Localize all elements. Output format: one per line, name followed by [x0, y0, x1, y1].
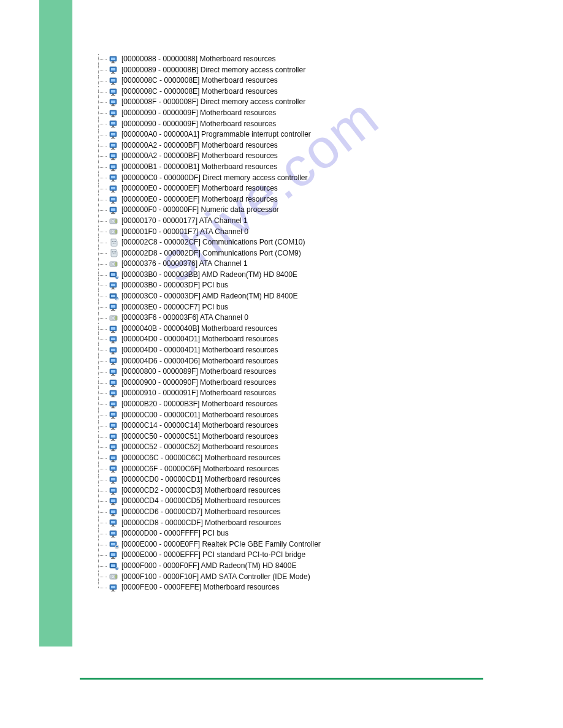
tree-branch-line: [96, 302, 109, 313]
tree-branch-line: [96, 183, 109, 194]
device-label: [00000CD6 - 00000CD7] Motherboard resour…: [121, 507, 280, 518]
tree-branch-line: [96, 334, 109, 345]
device-tree-item[interactable]: [000002C8 - 000002CF] Communications Por…: [96, 237, 525, 248]
system-device-icon: [109, 108, 119, 118]
device-label: [000000A2 - 000000BF] Motherboard resour…: [121, 140, 278, 151]
tree-branch-line: [96, 162, 109, 173]
device-tree-item[interactable]: [00000CD2 - 00000CD3] Motherboard resour…: [96, 485, 525, 496]
device-tree-item[interactable]: [00000C50 - 00000C51] Motherboard resour…: [96, 431, 525, 442]
device-label: [00000090 - 0000009F] Motherboard resour…: [121, 108, 276, 119]
storage-controller-icon: [109, 216, 119, 226]
device-label: [00000C00 - 00000C01] Motherboard resour…: [121, 410, 278, 421]
device-tree-item[interactable]: [00000CD8 - 00000CDF] Motherboard resour…: [96, 518, 525, 529]
device-tree-item[interactable]: [000001F0 - 000001F7] ATA Channel 0: [96, 227, 525, 238]
system-device-icon: [109, 464, 119, 474]
system-device-icon: [109, 507, 119, 517]
system-device-icon: [109, 432, 119, 442]
tree-branch-line: [96, 173, 109, 184]
device-label: [000004D0 - 000004D1] Motherboard resour…: [121, 334, 278, 345]
device-tree-item[interactable]: [0000E000 - 0000EFFF] PCI standard PCI-t…: [96, 550, 525, 561]
serial-port-icon: [109, 248, 119, 258]
device-tree-item[interactable]: [00000088 - 00000088] Motherboard resour…: [96, 54, 525, 65]
device-label: [00000CD8 - 00000CDF] Motherboard resour…: [121, 518, 281, 529]
system-device-icon: [109, 421, 119, 431]
device-tree-item[interactable]: [00000900 - 0000090F] Motherboard resour…: [96, 377, 525, 389]
device-tree-item[interactable]: [0000008C - 0000008E] Motherboard resour…: [96, 75, 525, 86]
device-tree-item[interactable]: [000003B0 - 000003DF] PCI bus: [96, 280, 525, 291]
device-tree-item[interactable]: [000003B0 - 000003BB] AMD Radeon(TM) HD …: [96, 270, 525, 281]
device-tree-item[interactable]: [00000CD0 - 00000CD1] Motherboard resour…: [96, 474, 525, 485]
footer-rule: [80, 678, 483, 680]
device-tree-item[interactable]: [000002D8 - 000002DF] Communications Por…: [96, 248, 525, 259]
device-tree-item[interactable]: [000000A2 - 000000BF] Motherboard resour…: [96, 140, 525, 151]
device-tree-item[interactable]: [000003F6 - 000003F6] ATA Channel 0: [96, 313, 525, 324]
device-tree-item[interactable]: [00000376 - 00000376] ATA Channel 1: [96, 259, 525, 270]
device-label: [00000910 - 0000091F] Motherboard resour…: [121, 388, 276, 399]
tree-branch-line: [96, 572, 109, 583]
device-tree-item[interactable]: [0000040B - 0000040B] Motherboard resour…: [96, 324, 525, 335]
device-tree-item[interactable]: [000003E0 - 00000CF7] PCI bus: [96, 302, 525, 313]
system-device-icon: [109, 410, 119, 420]
device-tree-item[interactable]: [00000C52 - 00000C52] Motherboard resour…: [96, 442, 525, 453]
device-tree-item[interactable]: [000000A0 - 000000A1] Programmable inter…: [96, 129, 525, 140]
system-device-icon: [109, 87, 119, 97]
device-tree-item[interactable]: [00000CD4 - 00000CD5] Motherboard resour…: [96, 496, 525, 507]
device-tree-item[interactable]: [000004D0 - 000004D1] Motherboard resour…: [96, 334, 525, 345]
tree-branch-line: [96, 65, 109, 76]
device-tree-item[interactable]: [000004D6 - 000004D6] Motherboard resour…: [96, 356, 525, 367]
tree-branch-line: [96, 388, 109, 399]
device-tree-item[interactable]: [00000170 - 00000177] ATA Channel 1: [96, 216, 525, 227]
system-device-icon: [109, 453, 119, 463]
device-tree-item[interactable]: [000000E0 - 000000EF] Motherboard resour…: [96, 194, 525, 205]
device-tree-item[interactable]: [000000A2 - 000000BF] Motherboard resour…: [96, 151, 525, 162]
device-tree-item[interactable]: [00000C6F - 00000C6F] Motherboard resour…: [96, 464, 525, 475]
device-label: [000000E0 - 000000EF] Motherboard resour…: [121, 183, 278, 194]
tree-branch-line: [96, 248, 109, 259]
tree-branch-line: [96, 280, 109, 291]
device-tree-item[interactable]: [0000008F - 0000008F] Direct memory acce…: [96, 97, 525, 108]
device-tree-item[interactable]: [000000C0 - 000000DF] Direct memory acce…: [96, 173, 525, 184]
device-tree-item[interactable]: [000000F0 - 000000FF] Numeric data proce…: [96, 205, 525, 216]
device-tree-item[interactable]: [000004D0 - 000004D1] Motherboard resour…: [96, 345, 525, 356]
device-tree-item[interactable]: [00000800 - 0000089F] Motherboard resour…: [96, 366, 525, 377]
system-device-icon: [109, 205, 119, 215]
tree-branch-line: [96, 129, 109, 140]
device-tree-item[interactable]: [00000090 - 0000009F] Motherboard resour…: [96, 119, 525, 130]
device-tree-item[interactable]: [00000090 - 0000009F] Motherboard resour…: [96, 108, 525, 119]
device-tree-item[interactable]: [0000E000 - 0000E0FF] Realtek PCIe GBE F…: [96, 539, 525, 550]
device-tree-item[interactable]: [00000089 - 0000008B] Direct memory acce…: [96, 65, 525, 76]
device-tree-item[interactable]: [000000B1 - 000000B1] Motherboard resour…: [96, 162, 525, 173]
device-tree-item[interactable]: [0000F100 - 0000F10F] AMD SATA Controlle…: [96, 572, 525, 583]
device-tree-item[interactable]: [000000E0 - 000000EF] Motherboard resour…: [96, 183, 525, 194]
system-device-icon: [109, 281, 119, 290]
device-tree-item[interactable]: [00000B20 - 00000B3F] Motherboard resour…: [96, 399, 525, 410]
tree-branch-line: [96, 151, 109, 162]
device-tree-item[interactable]: [00000D00 - 0000FFFF] PCI bus: [96, 528, 525, 539]
device-tree-item[interactable]: [0000FE00 - 0000FEFE] Motherboard resour…: [96, 582, 525, 593]
tree-branch-line: [96, 410, 109, 421]
system-device-icon: [109, 496, 119, 506]
system-device-icon: [109, 65, 119, 75]
tree-branch-line: [96, 528, 109, 539]
system-device-icon: [109, 173, 119, 183]
device-tree-item[interactable]: [00000C00 - 00000C01] Motherboard resour…: [96, 410, 525, 421]
device-label: [00000170 - 00000177] ATA Channel 1: [121, 216, 248, 227]
system-device-icon: [109, 389, 119, 398]
device-tree-item[interactable]: [0000F000 - 0000F0FF] AMD Radeon(TM) HD …: [96, 561, 525, 572]
storage-controller-icon: [109, 572, 119, 582]
device-tree-item[interactable]: [00000C6C - 00000C6C] Motherboard resour…: [96, 453, 525, 464]
display-adapter-icon: [109, 561, 119, 571]
device-tree-item[interactable]: [00000C14 - 00000C14] Motherboard resour…: [96, 420, 525, 431]
system-device-icon: [109, 335, 119, 344]
device-label: [000002C8 - 000002CF] Communications Por…: [121, 237, 305, 248]
tree-branch-line: [96, 366, 109, 377]
device-tree-item[interactable]: [000003C0 - 000003DF] AMD Radeon(TM) HD …: [96, 291, 525, 302]
tree-branch-line: [96, 539, 109, 550]
tree-branch-line: [96, 345, 109, 356]
display-adapter-icon: [109, 292, 119, 301]
device-tree-item[interactable]: [00000910 - 0000091F] Motherboard resour…: [96, 388, 525, 399]
device-tree-item[interactable]: [00000CD6 - 00000CD7] Motherboard resour…: [96, 507, 525, 518]
system-device-icon: [109, 486, 119, 496]
tree-branch-line: [96, 313, 109, 324]
device-tree-item[interactable]: [0000008C - 0000008E] Motherboard resour…: [96, 86, 525, 97]
